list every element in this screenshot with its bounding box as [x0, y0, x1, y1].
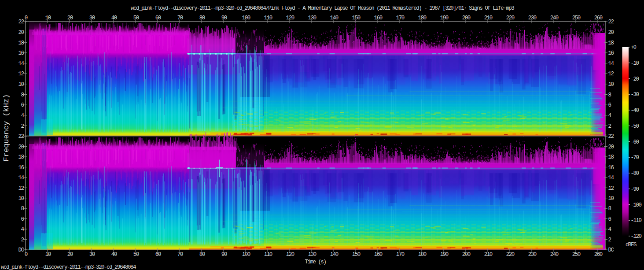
svg-text:Frequency (kHz): Frequency (kHz) — [2, 94, 11, 161]
svg-text:70: 70 — [177, 15, 183, 21]
svg-text:2: 2 — [608, 123, 611, 129]
svg-text:12: 12 — [18, 185, 24, 192]
svg-text:100: 100 — [242, 15, 250, 21]
svg-text:60: 60 — [155, 252, 161, 258]
svg-text:10: 10 — [608, 196, 614, 202]
svg-text:50: 50 — [133, 252, 139, 258]
svg-text:wcd_pink-floyd--discovery-2011: wcd_pink-floyd--discovery-2011--mp3-320-… — [1, 264, 136, 270]
svg-text:230: 230 — [528, 252, 537, 258]
svg-text:-50: -50 — [631, 123, 639, 129]
svg-text:6: 6 — [608, 216, 611, 222]
svg-text:-80: -80 — [631, 170, 639, 177]
svg-text:110: 110 — [264, 252, 272, 258]
svg-text:0: 0 — [25, 15, 28, 21]
svg-text:240: 240 — [550, 15, 559, 21]
svg-text:18: 18 — [608, 40, 614, 46]
svg-text:22: 22 — [18, 19, 24, 25]
svg-text:90: 90 — [221, 15, 227, 21]
svg-text:-20: -20 — [631, 76, 639, 82]
svg-text:250: 250 — [572, 252, 581, 258]
svg-text:10: 10 — [18, 81, 24, 88]
svg-text:250: 250 — [572, 15, 581, 21]
svg-text:-60: -60 — [631, 139, 639, 145]
svg-text:dBFS: dBFS — [626, 242, 637, 248]
svg-text:22: 22 — [18, 133, 24, 140]
svg-text:30: 30 — [89, 252, 95, 258]
svg-text:180: 180 — [418, 252, 427, 258]
svg-text:-40: -40 — [631, 107, 639, 114]
svg-text:40: 40 — [111, 252, 117, 258]
svg-text:22: 22 — [608, 133, 614, 140]
svg-text:14: 14 — [608, 175, 614, 181]
svg-text:100: 100 — [242, 252, 250, 258]
svg-text:190: 190 — [440, 15, 449, 21]
svg-text:210: 210 — [484, 252, 493, 258]
svg-text:210: 210 — [484, 15, 493, 21]
svg-text:10: 10 — [45, 15, 51, 21]
svg-text:220: 220 — [506, 252, 515, 258]
svg-text:20: 20 — [67, 252, 73, 258]
svg-text:240: 240 — [550, 252, 559, 258]
svg-text:80: 80 — [199, 15, 205, 21]
svg-text:8: 8 — [608, 92, 611, 98]
svg-text:180: 180 — [418, 15, 427, 21]
svg-text:120: 120 — [286, 252, 294, 258]
svg-text:140: 140 — [330, 252, 339, 258]
svg-text:200: 200 — [462, 252, 471, 258]
svg-text:260: 260 — [594, 15, 603, 21]
svg-text:220: 220 — [506, 15, 515, 21]
svg-text:12: 12 — [608, 185, 614, 192]
svg-text:230: 230 — [528, 15, 537, 21]
svg-text:-10: -10 — [631, 60, 639, 67]
svg-text:2: 2 — [21, 123, 24, 129]
svg-text:20: 20 — [608, 144, 614, 150]
svg-text:140: 140 — [330, 15, 339, 21]
svg-text:20: 20 — [67, 15, 73, 21]
svg-text:8: 8 — [21, 206, 24, 212]
svg-text:200: 200 — [462, 15, 471, 21]
svg-text:0: 0 — [25, 252, 28, 258]
svg-text:DC: DC — [608, 247, 614, 253]
svg-text:4: 4 — [608, 226, 611, 233]
svg-text:14: 14 — [18, 61, 24, 67]
svg-text:16: 16 — [18, 165, 24, 171]
svg-text:-100: -100 — [631, 202, 642, 208]
svg-text:60: 60 — [155, 15, 161, 21]
svg-text:130: 130 — [308, 15, 316, 21]
svg-text:6: 6 — [21, 216, 24, 222]
svg-text:16: 16 — [608, 50, 614, 56]
svg-text:Time (s): Time (s) — [305, 259, 326, 265]
svg-text:6: 6 — [608, 102, 611, 108]
svg-text:18: 18 — [18, 40, 24, 46]
svg-text:4: 4 — [608, 113, 611, 119]
svg-text:18: 18 — [18, 154, 24, 160]
svg-text:20: 20 — [608, 30, 614, 36]
svg-text:12: 12 — [18, 71, 24, 77]
svg-text:110: 110 — [264, 15, 272, 21]
svg-text:+0: +0 — [631, 44, 637, 51]
svg-text:10: 10 — [18, 196, 24, 202]
svg-text:DC: DC — [18, 247, 24, 253]
svg-text:50: 50 — [133, 15, 139, 21]
svg-text:120: 120 — [286, 15, 294, 21]
svg-text:190: 190 — [440, 252, 449, 258]
svg-text:20: 20 — [18, 30, 24, 36]
svg-text:-110: -110 — [631, 218, 642, 224]
svg-text:2: 2 — [608, 237, 611, 243]
svg-text:-120: -120 — [631, 233, 642, 240]
svg-text:22: 22 — [608, 19, 614, 25]
svg-text:8: 8 — [608, 206, 611, 212]
svg-text:150: 150 — [352, 15, 361, 21]
svg-text:90: 90 — [221, 252, 227, 258]
svg-text:130: 130 — [308, 252, 316, 258]
svg-text:8: 8 — [21, 92, 24, 98]
svg-text:-90: -90 — [631, 186, 639, 192]
svg-text:14: 14 — [18, 175, 24, 181]
svg-text:150: 150 — [352, 252, 361, 258]
svg-text:2: 2 — [21, 237, 24, 243]
svg-text:wcd_pink-floyd--discovery-2011: wcd_pink-floyd--discovery-2011--mp3-320-… — [131, 5, 514, 11]
svg-text:170: 170 — [396, 15, 405, 21]
svg-text:4: 4 — [21, 113, 24, 119]
svg-text:80: 80 — [199, 252, 205, 258]
svg-text:6: 6 — [21, 102, 24, 108]
